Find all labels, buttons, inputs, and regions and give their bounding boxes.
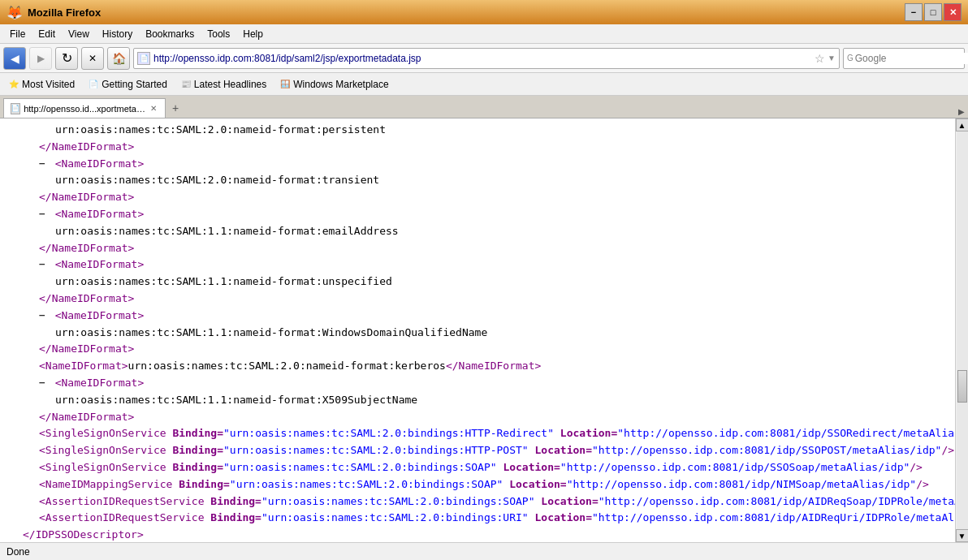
bookmark-label-latest-headlines: Latest Headlines	[194, 79, 266, 90]
title-bar-title: Mozilla Firefox	[28, 6, 101, 19]
dropdown-icon[interactable]: ▼	[828, 54, 836, 62]
menu-item-file[interactable]: File	[3, 27, 32, 41]
bookmark-label-windows-marketplace: Windows Marketplace	[293, 79, 388, 90]
active-tab[interactable]: 📄 http://opensso.id...xportmetadata.jsp …	[3, 98, 166, 118]
new-tab-button[interactable]: +	[167, 100, 184, 116]
back-button[interactable]: ◀	[3, 47, 26, 70]
menu-item-tools[interactable]: Tools	[201, 27, 236, 41]
scroll-down-button[interactable]: ▼	[956, 529, 969, 542]
menu-bar: FileEditViewHistoryBookmarksToolsHelp	[0, 24, 968, 44]
xml-line-16: − <NameIDFormat>	[6, 375, 949, 392]
title-bar-left: 🦊 Mozilla Firefox	[6, 5, 101, 20]
menu-item-view[interactable]: View	[62, 27, 96, 41]
xml-line-6: − <NameIDFormat>	[6, 206, 949, 223]
xml-line-23: <AssertionIDRequestService Binding="urn:…	[6, 493, 949, 510]
forward-button[interactable]: ▶	[29, 47, 52, 70]
tab-label: http://opensso.id...xportmetadata.jsp	[24, 104, 145, 114]
xml-line-24: <AssertionIDRequestService Binding="urn:…	[6, 510, 949, 527]
xml-line-9: − <NameIDFormat>	[6, 256, 949, 274]
reload-button[interactable]: ↻	[55, 47, 78, 70]
firefox-icon: 🦊	[6, 5, 23, 20]
xml-line-25: </IDPSSODescriptor>	[6, 527, 949, 542]
address-icon: 📄	[137, 52, 150, 65]
menu-item-edit[interactable]: Edit	[32, 27, 62, 41]
address-bar: 📄 ☆ ▼	[133, 48, 840, 69]
address-input[interactable]	[153, 53, 811, 64]
content-area: urn:oasis:names:tc:SAML:2.0:nameid-forma…	[0, 118, 968, 542]
bookmark-most-visited[interactable]: ⭐ Most Visited	[3, 77, 80, 92]
menu-item-help[interactable]: Help	[236, 27, 270, 41]
xml-line-11: </NameIDFormat>	[6, 291, 949, 308]
xml-line-7: urn:oasis:names:tc:SAML:1.1:nameid-forma…	[6, 223, 949, 240]
close-button[interactable]: ✕	[944, 3, 962, 21]
restore-button[interactable]: □	[924, 3, 942, 21]
xml-line-4: urn:oasis:names:tc:SAML:2.0:nameid-forma…	[6, 172, 949, 189]
scroll-track	[957, 131, 968, 529]
bookmark-getting-started[interactable]: 📄 Getting Started	[83, 77, 172, 92]
xml-line-3: − <NameIDFormat>	[6, 156, 949, 173]
xml-line-15: <NameIDFormat>urn:oasis:names:tc:SAML:2.…	[6, 358, 949, 375]
title-bar: 🦊 Mozilla Firefox − □ ✕	[0, 0, 968, 24]
menu-item-bookmarks[interactable]: Bookmarks	[139, 27, 201, 41]
bookmark-icon-windows: 🪟	[279, 79, 291, 90]
xml-line-22: <NameIDMappingService Binding="urn:oasis…	[6, 476, 949, 493]
scroll-up-button[interactable]: ▲	[956, 118, 969, 131]
tab-close-button[interactable]: ✕	[149, 103, 158, 114]
title-bar-controls: − □ ✕	[905, 3, 962, 21]
xml-content: urn:oasis:names:tc:SAML:2.0:nameid-forma…	[0, 118, 955, 542]
xml-line-2: </NameIDFormat>	[6, 139, 949, 156]
bookmarks-bar: ⭐ Most Visited 📄 Getting Started 📰 Lates…	[0, 73, 968, 96]
status-bar: Done	[0, 542, 968, 560]
xml-line-1: urn:oasis:names:tc:SAML:2.0:nameid-forma…	[6, 122, 949, 139]
xml-line-19: <SingleSignOnService Binding="urn:oasis:…	[6, 425, 949, 442]
xml-line-21: <SingleSignOnService Binding="urn:oasis:…	[6, 459, 949, 476]
bookmark-latest-headlines[interactable]: 📰 Latest Headlines	[175, 77, 271, 92]
search-bar: G 🔍	[843, 48, 965, 69]
vertical-scrollbar[interactable]: ▲ ▼	[955, 118, 968, 542]
xml-line-18: </NameIDFormat>	[6, 409, 949, 426]
bookmark-label-getting-started: Getting Started	[102, 79, 167, 90]
xml-line-12: − <NameIDFormat>	[6, 308, 949, 325]
xml-line-10: urn:oasis:names:tc:SAML:1.1:nameid-forma…	[6, 274, 949, 291]
xml-line-14: </NameIDFormat>	[6, 341, 949, 358]
xml-line-5: </NameIDFormat>	[6, 189, 949, 206]
xml-line-13: urn:oasis:names:tc:SAML:1.1:nameid-forma…	[6, 325, 949, 342]
scroll-thumb[interactable]	[957, 370, 967, 403]
bookmark-windows-marketplace[interactable]: 🪟 Windows Marketplace	[274, 77, 393, 92]
bookmark-label-most-visited: Most Visited	[22, 79, 75, 90]
google-logo: G	[847, 54, 853, 62]
bookmark-star[interactable]: ☆	[811, 50, 828, 67]
status-text: Done	[6, 546, 30, 558]
bookmark-icon-doc: 📄	[88, 79, 99, 90]
xml-line-8: </NameIDFormat>	[6, 240, 949, 257]
xml-line-20: <SingleSignOnService Binding="urn:oasis:…	[6, 442, 949, 459]
bookmark-icon-star: ⭐	[8, 79, 19, 90]
tab-scroll-right[interactable]: ▶	[958, 107, 965, 116]
minimize-button[interactable]: −	[905, 3, 923, 21]
tab-favicon: 📄	[11, 103, 20, 114]
search-input[interactable]	[855, 53, 968, 64]
menu-item-history[interactable]: History	[96, 27, 139, 41]
nav-bar: ◀ ▶ ↻ ✕ 🏠 📄 ☆ ▼ G 🔍	[0, 44, 968, 73]
bookmark-icon-news: 📰	[180, 79, 192, 90]
xml-line-17: urn:oasis:names:tc:SAML:1.1:nameid-forma…	[6, 392, 949, 409]
home-button[interactable]: 🏠	[107, 47, 130, 70]
stop-button[interactable]: ✕	[81, 47, 104, 70]
tab-bar: 📄 http://opensso.id...xportmetadata.jsp …	[0, 96, 968, 118]
